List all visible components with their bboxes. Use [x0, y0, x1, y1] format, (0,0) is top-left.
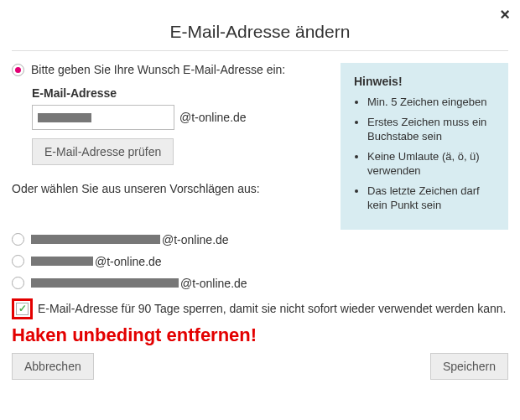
hint-list: Min. 5 Zeichen eingeben Erstes Zeichen m… — [354, 95, 495, 213]
hint-item: Erstes Zeichen muss ein Buchstabe sein — [367, 115, 495, 144]
close-icon[interactable]: × — [500, 5, 510, 24]
radio-suggestion-1[interactable] — [12, 233, 24, 246]
suggestion-row[interactable]: @t-online.de — [12, 233, 508, 246]
email-field-label: E-Mail-Adresse — [32, 86, 329, 100]
redacted-input-value — [38, 113, 91, 122]
suggestion-row[interactable]: @t-online.de — [12, 255, 508, 268]
redacted-suggestion — [31, 235, 160, 244]
suggestion-row[interactable]: @t-online.de — [12, 277, 508, 290]
suggestion-domain: @t-online.de — [162, 233, 229, 246]
redacted-suggestion — [31, 278, 179, 288]
lock-checkbox-highlight: ✓ — [12, 298, 33, 319]
save-button[interactable]: Speichern — [430, 353, 508, 380]
radio-suggestion-3[interactable] — [12, 277, 24, 289]
lock-label: E-Mail-Adresse für 90 Tage sperren, dami… — [38, 302, 506, 315]
lock-checkbox[interactable]: ✓ — [16, 303, 29, 315]
suggestion-domain: @t-online.de — [95, 255, 162, 268]
hint-item: Min. 5 Zeichen eingeben — [367, 95, 495, 110]
domain-suffix: @t-online.de — [179, 111, 247, 124]
alert-annotation: Haken unbedingt entfernen! — [12, 324, 508, 346]
email-input[interactable] — [32, 105, 174, 130]
hint-item: Das letzte Zeichen darf kein Punkt sein — [367, 184, 495, 213]
option-custom-label: Bitte geben Sie Ihre Wunsch E-Mail-Adres… — [31, 63, 285, 76]
radio-custom-email[interactable] — [12, 64, 24, 76]
dialog-title: E-Mail-Adresse ändern — [12, 0, 508, 51]
or-text: Oder wählen Sie aus unseren Vorschlägen … — [12, 182, 329, 195]
radio-suggestion-2[interactable] — [12, 255, 24, 267]
hint-title: Hinweis! — [354, 75, 495, 88]
check-email-button[interactable]: E-Mail-Adresse prüfen — [32, 138, 174, 165]
hint-item: Keine Umlaute (ä, ö, ü) verwenden — [367, 149, 495, 179]
suggestion-domain: @t-online.de — [180, 277, 247, 290]
cancel-button[interactable]: Abbrechen — [12, 353, 94, 380]
redacted-suggestion — [31, 257, 93, 266]
hint-box: Hinweis! Min. 5 Zeichen eingeben Erstes … — [341, 63, 508, 230]
